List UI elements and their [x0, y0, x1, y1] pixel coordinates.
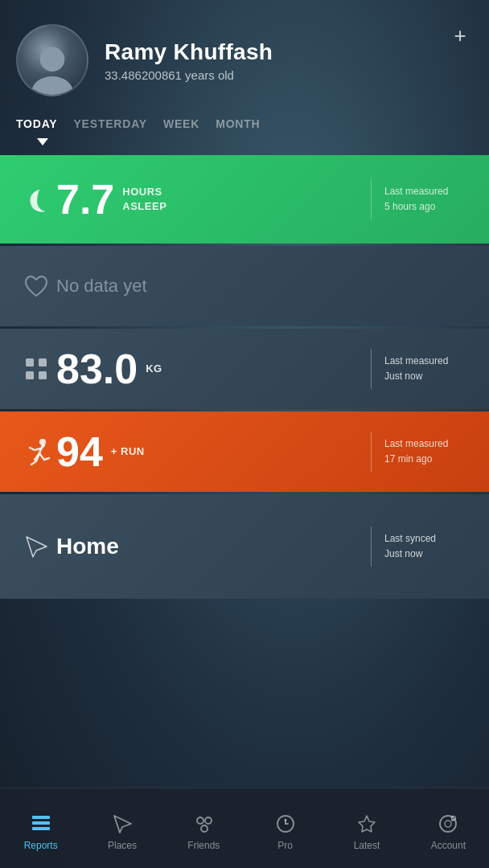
weight-time: Last measured Just now — [384, 354, 473, 384]
tab-today[interactable]: TODAY — [16, 113, 57, 135]
run-suffix: + RUN — [111, 444, 145, 459]
svg-point-16 — [445, 821, 451, 827]
weight-time-line2: Just now — [384, 369, 422, 384]
weight-time-line1: Last measured — [384, 354, 448, 369]
user-name: Ramy Khuffash — [105, 39, 273, 65]
svg-point-15 — [440, 816, 456, 832]
tab-arrow-icon — [37, 138, 48, 145]
account-nav-label: Account — [431, 840, 466, 851]
cards-container: 7.7 HOURS ASLEEP Last measured 5 hours a… — [0, 155, 489, 788]
home-time: Last synced Just now — [384, 531, 473, 562]
svg-rect-8 — [32, 821, 50, 825]
avatar-icon — [25, 40, 80, 95]
svg-rect-9 — [32, 827, 50, 830]
reports-nav-label: Reports — [24, 840, 58, 851]
nav-item-latest[interactable]: Latest — [326, 788, 407, 868]
svg-point-14 — [284, 818, 286, 821]
run-value: 94 — [56, 431, 103, 473]
nav-item-reports[interactable]: Reports — [0, 788, 81, 868]
time-tabs: TODAY YESTERDAY WEEK MONTH — [0, 113, 489, 135]
reports-icon — [30, 813, 52, 835]
weight-label: KG — [146, 362, 162, 376]
sleep-divider — [371, 179, 372, 219]
svg-rect-4 — [26, 371, 34, 379]
user-age: 33.486200861 years old — [105, 68, 273, 82]
heart-icon — [22, 272, 51, 301]
weight-card[interactable]: 83.0 KG Last measured Just now — [0, 329, 489, 409]
weight-divider — [371, 349, 372, 389]
tab-yesterday[interactable]: YESTERDAY — [73, 113, 147, 135]
weight-unit: KG — [146, 362, 162, 376]
add-button[interactable]: + — [447, 23, 473, 48]
sleep-card-main: 7.7 HOURS ASLEEP — [56, 178, 358, 220]
header: Ramy Khuffash 33.486200861 years old + — [0, 0, 489, 113]
sleep-label-line1: HOURS — [122, 185, 166, 199]
weight-value: 83.0 — [56, 348, 138, 390]
svg-point-10 — [197, 817, 203, 824]
nav-item-account[interactable]: Account — [408, 788, 489, 868]
svg-point-0 — [40, 47, 65, 72]
heart-card-icon — [16, 272, 56, 301]
friends-icon — [192, 813, 215, 835]
svg-line-18 — [451, 820, 454, 821]
nav-item-pro[interactable]: Pro — [244, 788, 326, 868]
user-info: Ramy Khuffash 33.486200861 years old — [105, 39, 273, 82]
weight-card-icon — [16, 354, 56, 383]
app-content: Ramy Khuffash 33.486200861 years old + T… — [0, 0, 489, 868]
run-card-icon — [16, 436, 56, 468]
places-nav-label: Places — [108, 840, 137, 851]
svg-rect-7 — [32, 816, 50, 819]
avatar — [16, 24, 88, 96]
run-time-line1: Last measured — [384, 436, 448, 452]
svg-point-11 — [205, 817, 212, 824]
tab-week[interactable]: WEEK — [163, 113, 199, 135]
svg-rect-2 — [26, 358, 34, 366]
home-card-main: Home — [56, 534, 358, 559]
heart-no-data: No data yet — [56, 276, 147, 297]
home-time-line2: Just now — [384, 547, 422, 562]
svg-rect-3 — [39, 358, 47, 366]
moon-icon — [22, 185, 51, 214]
latest-icon — [355, 813, 378, 835]
pro-nav-label: Pro — [277, 840, 293, 851]
svg-rect-5 — [39, 371, 47, 379]
sleep-card-icon — [16, 185, 56, 214]
sleep-label: HOURS ASLEEP — [122, 185, 166, 214]
friends-nav-label: Friends — [187, 840, 220, 851]
pro-icon — [274, 813, 297, 835]
home-divider — [371, 526, 372, 567]
run-card-main: 94 + RUN — [56, 431, 358, 473]
bottom-nav: Reports Places Friends — [0, 788, 489, 868]
sleep-time-line1: Last measured — [384, 184, 448, 199]
run-time: Last measured 17 min ago — [384, 436, 473, 467]
sleep-label-line2: ASLEEP — [122, 199, 166, 214]
run-label: + RUN — [111, 444, 145, 459]
weight-card-main: 83.0 KG — [56, 348, 358, 390]
sleep-card[interactable]: 7.7 HOURS ASLEEP Last measured 5 hours a… — [0, 155, 489, 244]
sleep-time: Last measured 5 hours ago — [384, 184, 473, 215]
home-title: Home — [56, 534, 119, 559]
nav-item-friends[interactable]: Friends — [163, 788, 244, 868]
tab-month[interactable]: MONTH — [216, 113, 260, 135]
run-time-line2: 17 min ago — [384, 452, 432, 467]
grid-icon — [22, 354, 51, 383]
latest-nav-label: Latest — [354, 840, 380, 851]
account-icon — [437, 813, 459, 835]
run-icon — [20, 436, 52, 468]
run-divider — [371, 432, 372, 472]
home-card-icon — [16, 533, 56, 560]
run-card[interactable]: 94 + RUN Last measured 17 min ago — [0, 411, 489, 492]
places-icon — [111, 813, 134, 835]
sleep-time-line2: 5 hours ago — [384, 199, 435, 215]
nav-item-places[interactable]: Places — [81, 788, 162, 868]
location-arrow-icon — [23, 533, 50, 560]
home-time-line1: Last synced — [384, 531, 436, 547]
heart-card[interactable]: No data yet — [0, 246, 489, 326]
svg-point-12 — [201, 825, 208, 832]
tab-indicator — [0, 138, 489, 145]
home-card[interactable]: Home Last synced Just now — [0, 494, 489, 599]
svg-point-1 — [32, 76, 73, 95]
sleep-value: 7.7 — [56, 178, 114, 220]
